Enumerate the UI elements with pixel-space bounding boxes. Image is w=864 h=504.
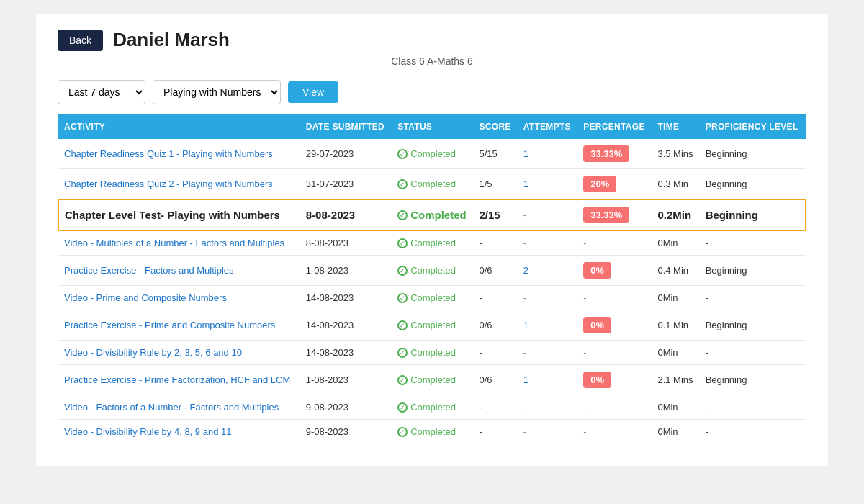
score-cell: - <box>474 420 518 444</box>
proficiency-cell: Beginning <box>700 365 806 395</box>
time-cell: 0.1 Min <box>652 310 699 341</box>
dash: - <box>523 238 526 248</box>
score-cell: 1/5 <box>474 169 518 200</box>
time-cell: 2.1 Mins <box>652 365 699 395</box>
table-row: Chapter Level Test- Playing with Numbers… <box>58 199 806 230</box>
activity-link[interactable]: Chapter Readiness Quiz 1 - Playing with … <box>64 148 273 159</box>
dash: - <box>523 426 526 437</box>
status-text: Completed <box>410 402 456 413</box>
status-text: Completed <box>410 347 456 358</box>
activity-link[interactable]: Chapter Readiness Quiz 2 - Playing with … <box>64 179 273 189</box>
attempts-cell: - <box>518 286 578 310</box>
back-button[interactable]: Back <box>58 30 103 51</box>
activity-link[interactable]: Video - Prime and Composite Numbers <box>64 292 227 303</box>
topic-select[interactable]: Playing with Numbers Factors and Multipl… <box>153 80 281 104</box>
score-cell: 2/15 <box>474 199 518 230</box>
completed-icon: ✓ <box>397 266 408 276</box>
class-label: Class 6 A-Maths 6 <box>58 55 806 67</box>
status-text: Completed <box>410 374 456 385</box>
date-range-select[interactable]: Last 7 days Last 14 days Last 30 days <box>58 80 145 104</box>
activity-link[interactable]: Video - Divisibility Rule by 4, 8, 9 and… <box>64 426 231 437</box>
percentage-cell: - <box>577 420 652 444</box>
proficiency-cell: - <box>700 230 806 256</box>
table-row: Video - Divisibility Rule by 4, 8, 9 and… <box>58 420 806 444</box>
status-cell: ✓Completed <box>392 256 473 286</box>
score-cell: 5/15 <box>474 139 518 169</box>
table-row: Video - Multiples of a Number - Factors … <box>58 230 806 256</box>
dash: - <box>583 292 586 303</box>
status-text: Completed <box>410 292 456 303</box>
completed-icon: ✓ <box>397 375 408 385</box>
date-cell: 14-08-2023 <box>300 310 392 341</box>
attempts-cell: - <box>518 230 578 256</box>
completed-icon: ✓ <box>397 149 408 159</box>
time-cell: 0.3 Min <box>652 169 699 200</box>
activity-link[interactable]: Video - Divisibility Rule by 2, 3, 5, 6 … <box>64 347 242 358</box>
percentage-cell: 0% <box>577 256 652 286</box>
status-text: Completed <box>410 238 456 248</box>
activity-link[interactable]: Practice Exercise - Prime and Composite … <box>64 320 275 330</box>
attempts-link[interactable]: 1 <box>523 179 528 189</box>
percentage-cell: 20% <box>577 169 652 200</box>
activity-link[interactable]: Practice Exercise - Prime Factorization,… <box>64 374 290 385</box>
attempts-link[interactable]: 1 <box>523 320 528 330</box>
status-cell: ✓Completed <box>392 230 473 256</box>
percentage-badge: 0% <box>583 317 611 333</box>
col-proficiency: PROFICIENCY LEVEL <box>700 114 806 139</box>
percentage-cell: 33.33% <box>577 139 652 169</box>
status-text: Completed <box>410 265 456 276</box>
activity-table: ACTIVITY DATE SUBMITTED STATUS SCORE ATT… <box>58 114 806 444</box>
dash: - <box>583 426 586 437</box>
completed-icon: ✓ <box>397 427 408 437</box>
proficiency-cell: - <box>700 420 806 444</box>
score-cell: 0/6 <box>474 365 518 395</box>
attempts-cell: - <box>518 420 578 444</box>
date-cell: 14-08-2023 <box>300 286 392 310</box>
status-cell: ✓Completed <box>392 139 473 169</box>
attempts-link[interactable]: 2 <box>523 265 528 276</box>
attempts-link[interactable]: 1 <box>523 374 528 385</box>
activity-link[interactable]: Practice Exercise - Factors and Multiple… <box>64 265 234 276</box>
table-row: Chapter Readiness Quiz 2 - Playing with … <box>58 169 806 200</box>
attempts-cell: 1 <box>518 139 578 169</box>
completed-icon: ✓ <box>397 210 408 220</box>
percentage-cell: 33.33% <box>577 199 652 230</box>
activity-link[interactable]: Video - Factors of a Number - Factors an… <box>64 402 279 413</box>
proficiency-cell: Beginning <box>700 199 806 230</box>
attempts-link[interactable]: 1 <box>523 148 528 159</box>
completed-icon: ✓ <box>397 238 408 248</box>
score-cell: - <box>474 395 518 420</box>
activity-cell: Chapter Level Test- Playing with Numbers <box>65 209 280 221</box>
proficiency-cell: - <box>700 286 806 310</box>
activity-link[interactable]: Video - Multiples of a Number - Factors … <box>64 238 284 248</box>
proficiency-cell: Beginning <box>700 310 806 341</box>
proficiency-cell: Beginning <box>700 139 806 169</box>
table-row: Chapter Readiness Quiz 1 - Playing with … <box>58 139 806 169</box>
filter-row: Last 7 days Last 14 days Last 30 days Pl… <box>58 80 806 104</box>
status-cell: ✓Completed <box>392 341 473 365</box>
proficiency-cell: - <box>700 395 806 420</box>
time-cell: 3.5 Mins <box>652 139 699 169</box>
percentage-cell: - <box>577 395 652 420</box>
score-cell: - <box>474 230 518 256</box>
dash: - <box>583 402 586 413</box>
attempts-cell: - <box>518 341 578 365</box>
dash: - <box>583 347 586 358</box>
main-container: Back Daniel Marsh Class 6 A-Maths 6 Last… <box>36 14 828 466</box>
proficiency-cell: Beginning <box>700 169 806 200</box>
status-cell: ✓Completed <box>392 365 473 395</box>
status-text: Completed <box>410 320 456 330</box>
date-cell: 8-08-2023 <box>300 199 392 230</box>
date-cell: 1-08-2023 <box>300 256 392 286</box>
col-score: SCORE <box>474 114 518 139</box>
table-row: Video - Divisibility Rule by 2, 3, 5, 6 … <box>58 341 806 365</box>
score-cell: 0/6 <box>474 256 518 286</box>
status-cell: ✓Completed <box>392 310 473 341</box>
proficiency-cell: Beginning <box>700 256 806 286</box>
dash: - <box>583 238 586 248</box>
percentage-cell: 0% <box>577 310 652 341</box>
attempts-cell: - <box>518 395 578 420</box>
dash: - <box>523 347 526 358</box>
view-button[interactable]: View <box>288 81 338 103</box>
attempts-cell: 1 <box>518 365 578 395</box>
